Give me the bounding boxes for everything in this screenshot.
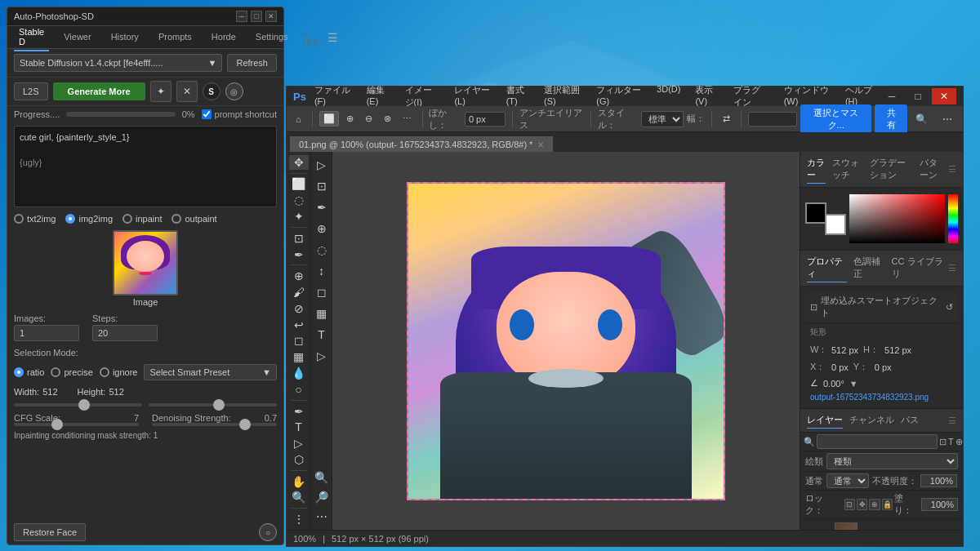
swap-icon-btn[interactable]: ⇄ xyxy=(719,111,734,127)
generate-button[interactable]: Generate More xyxy=(53,82,145,100)
nav-tool-3[interactable]: ✒ xyxy=(312,198,332,217)
home-icon-btn[interactable]: ⌂ xyxy=(292,112,305,127)
mode-img2img[interactable]: img2img xyxy=(65,214,113,224)
tool-clone[interactable]: ⊘ xyxy=(289,301,309,316)
tool-zoom[interactable]: 🔍 xyxy=(289,490,309,504)
dots-icon-btn[interactable]: ⋯ xyxy=(399,111,416,127)
add-selection-btn[interactable]: ⊕ xyxy=(342,111,358,127)
width-slider-track[interactable] xyxy=(14,403,142,407)
ps-canvas[interactable] xyxy=(407,182,725,500)
nav-tool-9[interactable]: T xyxy=(312,325,332,344)
tool-type[interactable]: T xyxy=(289,420,309,434)
foreground-color-swatch[interactable] xyxy=(805,202,826,224)
l2s-button[interactable]: L2S xyxy=(14,82,48,100)
sel-precise[interactable]: precise xyxy=(51,367,92,377)
radio-img2img[interactable] xyxy=(65,214,75,224)
s-icon-btn[interactable]: S xyxy=(203,82,220,100)
layers-panel-menu[interactable]: ☰ xyxy=(948,415,956,426)
tool-lasso[interactable]: ◌ xyxy=(289,193,309,207)
lock-pixels-btn[interactable]: ⊡ xyxy=(844,499,855,510)
tab-prompts[interactable]: Prompts xyxy=(154,29,197,47)
blur-input[interactable] xyxy=(465,112,506,127)
tab-viewer[interactable]: Viewer xyxy=(59,29,96,47)
tab-gradients[interactable]: グラデーション xyxy=(870,155,913,184)
tab-properties[interactable]: プロパティ xyxy=(807,254,847,282)
ps-minimize-btn[interactable]: ─ xyxy=(880,88,904,104)
ps-search-btn[interactable]: 🔍 xyxy=(911,111,933,127)
lock-move-btn[interactable]: ✥ xyxy=(857,499,867,510)
radio-inpaint[interactable] xyxy=(122,214,132,224)
mode-txt2img[interactable]: txt2img xyxy=(14,214,56,224)
layers-tool-1[interactable]: ⊡ xyxy=(939,434,947,449)
tool-eyedropper[interactable]: ✒ xyxy=(289,247,309,262)
mode-inpaint[interactable]: inpaint xyxy=(122,214,162,224)
blending-select[interactable]: 通常 xyxy=(826,473,869,488)
props-panel-menu[interactable]: ☰ xyxy=(948,263,956,273)
ps-dots-btn[interactable]: ⋯ xyxy=(936,111,958,127)
layers-tool-3[interactable]: ⊕ xyxy=(956,434,963,449)
fill-input[interactable] xyxy=(921,498,958,511)
tab-adjustments[interactable]: 色調補正 xyxy=(853,254,885,282)
cfg-slider-thumb[interactable] xyxy=(51,419,63,430)
tool-blur[interactable]: 💧 xyxy=(289,366,309,380)
nav-zoom-out[interactable]: 🔎 xyxy=(312,487,332,507)
layer-item-0[interactable]: 👁 ▶ Init Image G.... temporary xyxy=(800,519,963,530)
tab-patterns[interactable]: パターン xyxy=(920,155,945,184)
sd-close-btn[interactable]: ✕ xyxy=(265,11,277,22)
image-thumbnail[interactable] xyxy=(113,230,178,295)
ps-close-btn[interactable]: ✕ xyxy=(932,88,956,104)
prompt-shortcut-checkbox[interactable] xyxy=(202,109,212,119)
zoom-level[interactable]: 100% xyxy=(293,534,316,544)
tool-move[interactable]: ✥ xyxy=(289,155,309,170)
tool-gradient[interactable]: ▦ xyxy=(289,349,309,364)
sel-ignore[interactable]: ignore xyxy=(100,367,138,377)
tool-history[interactable]: ↩ xyxy=(289,318,309,332)
background-color-swatch[interactable] xyxy=(825,214,846,235)
images-input[interactable] xyxy=(14,325,79,341)
ps-restore-btn[interactable]: □ xyxy=(906,88,930,104)
radio-outpaint[interactable] xyxy=(172,214,181,224)
tool-hand[interactable]: ✋ xyxy=(289,474,309,489)
nav-tool-6[interactable]: ↕ xyxy=(312,261,332,281)
radio-ratio[interactable] xyxy=(14,367,24,377)
height-slider-track[interactable] xyxy=(149,403,277,407)
nav-tool-10[interactable]: ▷ xyxy=(312,346,332,366)
tool-eraser[interactable]: ◻ xyxy=(289,334,309,349)
tab-menu-icon[interactable]: ☰ xyxy=(327,31,338,44)
sd-minimize-btn[interactable]: ─ xyxy=(236,11,247,22)
lock-all-btn[interactable]: 🔒 xyxy=(882,499,893,510)
tool-shape[interactable]: ⬡ xyxy=(289,452,309,467)
share-button[interactable]: 共有 xyxy=(875,104,907,134)
steps-input[interactable] xyxy=(92,325,158,341)
model-dropdown[interactable]: Stable Diffusion v1.4.ckpt [fe4efff.....… xyxy=(14,54,222,72)
denoising-slider-thumb[interactable] xyxy=(239,419,251,430)
tool-more[interactable]: ⋮ xyxy=(289,512,309,527)
prompt-area[interactable]: cute girl, {painterly_style_1} {ugly} xyxy=(14,126,277,207)
tool-magic-wand[interactable]: ✦ xyxy=(289,209,309,224)
restore-face-btn[interactable]: Restore Face xyxy=(14,523,86,541)
tab-color[interactable]: カラー xyxy=(807,155,826,184)
lock-artboard-btn[interactable]: ⊕ xyxy=(869,499,880,510)
tool-path[interactable]: ▷ xyxy=(289,436,309,451)
mode-outpaint[interactable]: outpaint xyxy=(172,214,216,224)
tool-rect-select[interactable]: ⬜ xyxy=(289,177,309,192)
ps-tab-01[interactable]: 01.png @ 100% (output- 1675234373.483292… xyxy=(290,136,553,152)
refresh-button[interactable]: Refresh xyxy=(227,54,277,72)
opacity-input[interactable] xyxy=(920,474,957,487)
intersect-selection-btn[interactable]: ⊗ xyxy=(380,111,395,127)
tool-crop[interactable]: ⊡ xyxy=(289,231,309,246)
height-slider-thumb[interactable] xyxy=(213,399,225,411)
circle-icon-btn[interactable]: ◎ xyxy=(225,82,243,100)
rect-select-btn[interactable]: ⬜ xyxy=(319,111,339,127)
nav-tool-5[interactable]: ◌ xyxy=(312,240,332,260)
filter-icon-btn[interactable]: 🔍 xyxy=(804,434,815,449)
nav-more[interactable]: ⋯ xyxy=(312,507,332,527)
tab-horde[interactable]: Horde xyxy=(207,29,241,47)
tool-brush[interactable]: 🖌 xyxy=(289,285,309,300)
nav-tool-4[interactable]: ⊕ xyxy=(312,219,332,238)
tab-paths[interactable]: パス xyxy=(901,412,919,429)
tab-cc-libs[interactable]: CC ライブラリ xyxy=(892,254,945,282)
reset-icon[interactable]: ↺ xyxy=(946,302,953,313)
height-opt-input[interactable] xyxy=(748,112,797,127)
smart-mask-button[interactable]: 選択とマスク... xyxy=(800,104,871,134)
